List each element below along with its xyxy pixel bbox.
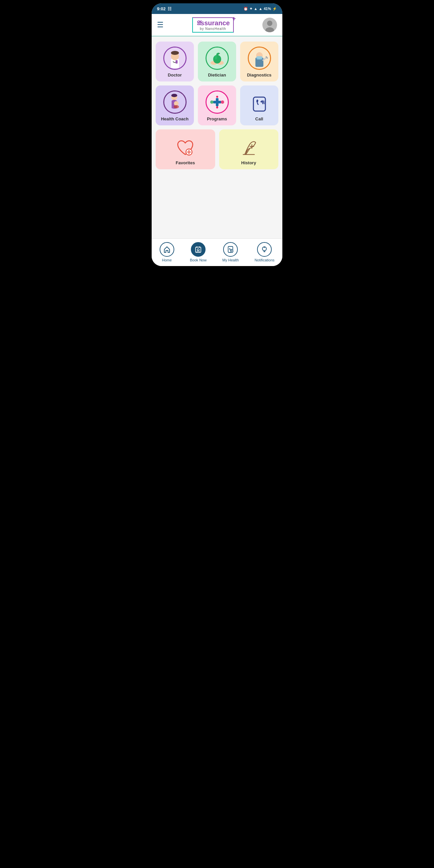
svg-point-29 [221,100,224,104]
svg-point-23 [174,105,179,108]
status-bar: 9:02 ☷ ⏰ ✦ ▲ ▲ 41% ⚡ [152,3,282,14]
call-label: Call [255,116,264,121]
message-icon: ☷ [167,6,172,11]
nav-home-label: Home [162,258,172,262]
main-content: Doctor [152,36,282,239]
svg-point-6 [171,51,179,55]
grid-row-3: Favorites History [156,129,278,169]
logo-text: 𝔄ssurance [196,19,230,27]
alarm-icon: ⏰ [243,7,248,11]
card-programs[interactable]: Programs [198,86,236,125]
nav-notifications[interactable]: Notifications [254,242,274,262]
logo: + 𝔄ssurance by NanoHealth [192,17,234,33]
svg-rect-27 [213,101,221,103]
svg-rect-32 [253,97,266,111]
history-label: History [241,160,256,165]
home-icon-circle [160,242,174,257]
logo-a: 𝔄 [196,19,200,27]
programs-label: Programs [207,116,227,121]
user-avatar[interactable] [262,18,277,32]
svg-rect-7 [176,60,178,64]
hamburger-menu[interactable]: ☰ [157,21,164,29]
card-call[interactable]: Call [240,86,278,125]
grid-row-1: Doctor [156,41,278,82]
status-icons: ⏰ ✦ ▲ ▲ 41% ⚡ [243,7,277,11]
time-display: 9:02 [157,6,166,11]
nav-my-health-label: My Health [222,258,239,262]
dietician-label: Dietician [208,72,226,78]
card-history[interactable]: History [219,129,279,169]
card-health-coach[interactable]: Health Coach [156,86,194,125]
nav-notifications-label: Notifications [254,258,274,262]
book-now-icon-circle [191,242,206,257]
header: ☰ + 𝔄ssurance by NanoHealth [152,14,282,36]
grid-row-2: Health Coach [156,86,278,125]
card-diagnostics[interactable]: Diagnostics [240,41,278,82]
my-health-icon-circle [223,242,238,257]
programs-image [206,90,229,114]
battery-display: 41% [264,7,271,11]
svg-point-30 [216,96,218,98]
svg-rect-39 [195,247,201,252]
svg-point-22 [174,101,179,106]
empty-space [156,173,278,233]
svg-point-12 [215,56,217,60]
card-doctor[interactable]: Doctor [156,41,194,82]
nav-book-now-label: Book Now [190,258,207,262]
svg-point-49 [264,247,265,248]
svg-point-24 [171,94,177,97]
svg-rect-17 [256,56,262,60]
logo-plus: + [232,15,236,22]
phone-frame: 9:02 ☷ ⏰ ✦ ▲ ▲ 41% ⚡ ☰ + 𝔄ssurance by Na… [152,3,282,266]
wifi-icon: ▲ [254,7,257,11]
svg-point-31 [216,106,218,108]
signal-icon: ▲ [259,7,262,11]
svg-point-42 [197,249,199,251]
favorites-label: Favorites [176,160,195,165]
bluetooth-icon: ✦ [249,7,252,11]
status-time: 9:02 ☷ [157,6,172,11]
nav-my-health[interactable]: My Health [222,242,239,262]
nav-home[interactable]: Home [160,242,174,262]
favorites-icon [175,138,195,158]
bottom-nav: Home Book Now [152,239,282,266]
svg-point-11 [213,55,221,64]
health-coach-image [163,90,187,114]
battery-icon: ⚡ [272,7,277,11]
logo-subtitle: by NanoHealth [196,27,230,31]
card-favorites[interactable]: Favorites [156,129,215,169]
nav-book-now[interactable]: Book Now [190,242,207,262]
doctor-image [163,46,187,70]
card-dietician[interactable]: Dietician [198,41,236,82]
diagnostics-label: Diagnostics [247,72,272,78]
svg-rect-4 [171,59,179,68]
logo-main: ssurance [200,19,230,27]
call-icon [249,94,269,114]
notifications-icon-circle [257,242,272,257]
doctor-label: Doctor [168,72,182,78]
history-icon [239,138,259,158]
svg-point-28 [210,100,214,104]
dietician-image [206,46,229,70]
svg-point-1 [267,21,272,26]
health-coach-label: Health Coach [161,116,189,121]
diagnostics-image [248,46,271,70]
